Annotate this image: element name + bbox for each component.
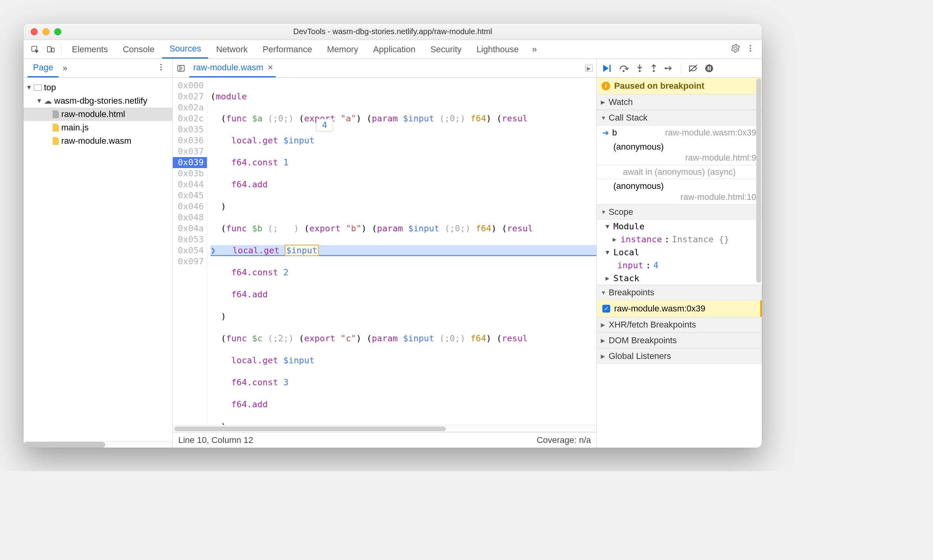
svg-rect-17 — [710, 66, 711, 70]
section-xhr-breakpoints[interactable]: ▶XHR/fetch Breakpoints — [597, 317, 762, 333]
navigator-pane: Page » ▼ top ▼ ☁ wasm-dbg-stories.netlif… — [24, 59, 173, 448]
scope-local-var[interactable]: input: 4 — [597, 259, 762, 272]
step-into-button[interactable] — [636, 64, 643, 73]
window-frame-icon — [34, 84, 42, 91]
editor-file-tab[interactable]: raw-module.wasm ✕ — [189, 59, 276, 77]
window-title: DevTools - wasm-dbg-stories.netlify.app/… — [24, 27, 762, 36]
callstack-frame[interactable]: (anonymous) raw-module.html:10 — [597, 179, 762, 204]
gutter[interactable]: 0x000 0x027 0x02a 0x02c 0x035 0x036 0x03… — [173, 78, 207, 425]
svg-point-4 — [750, 48, 751, 49]
cloud-icon: ☁ — [44, 96, 52, 106]
titlebar: DevTools - wasm-dbg-stories.netlify.app/… — [24, 24, 762, 40]
file-tree[interactable]: ▼ top ▼ ☁ wasm-dbg-stories.netlify raw-m… — [24, 78, 172, 441]
tree-file-html[interactable]: raw-module.html — [24, 108, 172, 121]
pause-on-exceptions-button[interactable] — [705, 64, 713, 73]
current-frame-icon: ➔ — [602, 128, 609, 137]
svg-point-12 — [639, 70, 641, 72]
devtools-window: DevTools - wasm-dbg-stories.netlify.app/… — [24, 24, 762, 448]
svg-point-7 — [160, 66, 162, 68]
inspect-element-icon[interactable] — [27, 45, 42, 54]
navigator-tab-page[interactable]: Page — [27, 59, 59, 77]
tab-elements[interactable]: Elements — [65, 40, 115, 59]
tab-network[interactable]: Network — [209, 40, 255, 59]
tree-file-label: raw-module.wasm — [61, 136, 132, 146]
scope-module[interactable]: ▼Module — [597, 220, 762, 233]
editor-file-name: raw-module.wasm — [193, 62, 263, 73]
svg-rect-9 — [178, 65, 185, 71]
tab-memory[interactable]: Memory — [320, 40, 365, 59]
variable-hover-tooltip: 4 — [316, 119, 333, 131]
run-snippet-icon[interactable]: ▶ — [585, 65, 593, 72]
settings-icon[interactable] — [731, 44, 740, 55]
step-out-button[interactable] — [650, 64, 657, 73]
step-button[interactable] — [664, 64, 674, 73]
editor-toolbar: raw-module.wasm ✕ ▶ — [173, 59, 596, 78]
scope-local[interactable]: ▼Local — [597, 246, 762, 259]
resume-button[interactable] — [602, 64, 612, 73]
tree-top[interactable]: ▼ top — [24, 81, 172, 94]
device-toolbar-icon[interactable] — [43, 45, 58, 54]
body: Page » ▼ top ▼ ☁ wasm-dbg-stories.netlif… — [24, 59, 762, 448]
code-area[interactable]: 0x000 0x027 0x02a 0x02c 0x035 0x036 0x03… — [173, 78, 596, 425]
svg-point-5 — [750, 50, 751, 51]
section-breakpoints[interactable]: ▼Breakpoints — [597, 285, 762, 300]
editor-pane: raw-module.wasm ✕ ▶ 0x000 0x027 0x02a 0x… — [173, 59, 597, 448]
info-icon: i — [602, 82, 610, 90]
breakpoint-label: raw-module.wasm:0x39 — [614, 304, 705, 314]
pause-message: Paused on breakpoint — [614, 81, 704, 91]
tab-console[interactable]: Console — [116, 40, 162, 59]
debugger-pane: i Paused on breakpoint ▶Watch ▼Call Stac… — [597, 59, 762, 448]
section-dom-breakpoints[interactable]: ▶DOM Breakpoints — [597, 333, 762, 348]
tree-file-wasm[interactable]: raw-module.wasm — [24, 134, 172, 148]
svg-rect-16 — [708, 66, 709, 70]
section-callstack[interactable]: ▼Call Stack — [597, 110, 762, 126]
scope-stack[interactable]: ▶Stack — [597, 272, 762, 285]
navigator-h-scrollbar[interactable] — [24, 441, 172, 448]
svg-point-14 — [665, 67, 667, 69]
more-tabs-icon[interactable]: » — [527, 44, 542, 55]
svg-rect-10 — [609, 65, 611, 72]
main-tabs: Elements Console Sources Network Perform… — [24, 40, 762, 59]
callstack-frame[interactable]: ➔b raw-module.wasm:0x39 — [597, 126, 762, 140]
tree-file-label: main.js — [61, 123, 89, 133]
svg-point-11 — [623, 70, 625, 72]
section-global-listeners[interactable]: ▶Global Listeners — [597, 348, 762, 364]
kebab-menu-icon[interactable] — [746, 44, 755, 55]
tab-performance[interactable]: Performance — [256, 40, 319, 59]
step-over-button[interactable] — [619, 64, 629, 73]
tab-sources[interactable]: Sources — [162, 40, 208, 59]
debugger-toolbar — [597, 59, 762, 78]
section-scope[interactable]: ▼Scope — [597, 204, 762, 220]
tree-file-js[interactable]: main.js — [24, 121, 172, 134]
navigator-menu-icon[interactable] — [154, 63, 168, 74]
pause-banner: i Paused on breakpoint — [597, 78, 762, 94]
svg-rect-1 — [48, 46, 51, 52]
code-content[interactable]: (module (func $a (;0;) (export "a") (par… — [207, 78, 596, 425]
tree-origin[interactable]: ▼ ☁ wasm-dbg-stories.netlify — [24, 94, 172, 108]
callstack-frame[interactable]: (anonymous) raw-module.html:9 — [597, 140, 762, 165]
file-icon — [53, 124, 59, 132]
tab-application[interactable]: Application — [366, 40, 423, 59]
editor-h-scrollbar[interactable] — [173, 425, 596, 432]
svg-point-8 — [160, 69, 162, 70]
tree-file-label: raw-module.html — [61, 109, 125, 119]
close-tab-icon[interactable]: ✕ — [267, 63, 273, 72]
tab-security[interactable]: Security — [423, 40, 468, 59]
svg-point-15 — [705, 64, 713, 72]
tree-top-label: top — [44, 82, 56, 93]
file-icon — [53, 110, 59, 118]
section-watch[interactable]: ▶Watch — [597, 94, 762, 110]
toggle-navigator-icon[interactable] — [177, 64, 185, 73]
navigator-toolbar: Page » — [24, 59, 172, 78]
coverage-status: Coverage: n/a — [537, 435, 591, 445]
scope-instance[interactable]: ▶instance: Instance {} — [597, 233, 762, 246]
svg-point-13 — [653, 70, 655, 72]
navigator-more-tabs-icon[interactable]: » — [59, 63, 71, 73]
breakpoint-item[interactable]: ✓ raw-module.wasm:0x39 — [597, 300, 762, 317]
svg-point-3 — [750, 45, 751, 46]
deactivate-breakpoints-button[interactable] — [688, 64, 698, 73]
breakpoint-checkbox[interactable]: ✓ — [602, 305, 610, 313]
debugger-v-scrollbar[interactable] — [756, 79, 761, 283]
cursor-position: Line 10, Column 12 — [178, 435, 253, 445]
tab-lighthouse[interactable]: Lighthouse — [469, 40, 526, 59]
